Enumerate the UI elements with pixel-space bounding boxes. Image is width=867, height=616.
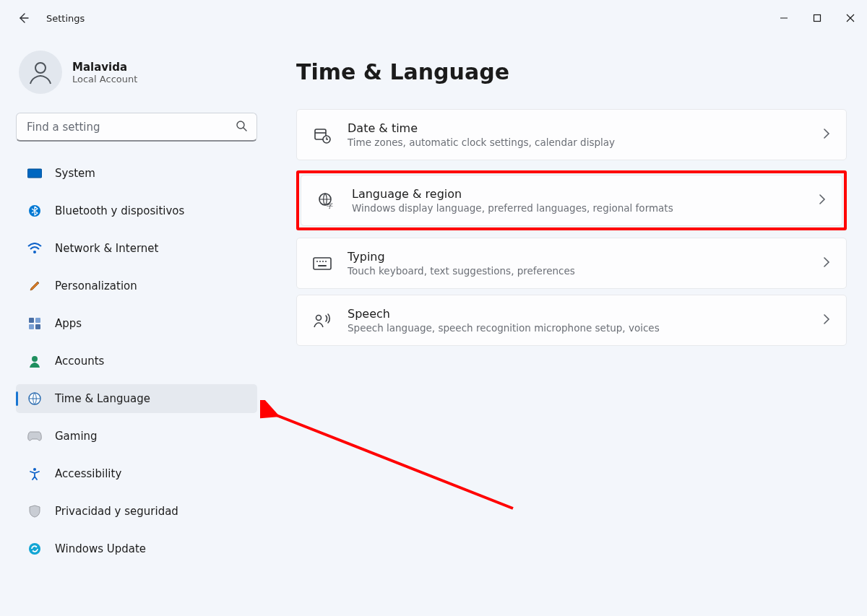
keyboard-icon <box>313 254 332 273</box>
sidebar-item-label: Time & Language <box>55 392 150 405</box>
user-info: Malavida Local Account <box>72 61 137 84</box>
svg-rect-8 <box>35 318 40 323</box>
close-button[interactable] <box>834 4 867 32</box>
globe-clock-icon <box>27 391 42 406</box>
back-button[interactable] <box>16 11 30 25</box>
svg-rect-24 <box>318 265 327 266</box>
user-icon <box>26 58 55 87</box>
svg-point-2 <box>237 121 244 129</box>
sidebar-item-label: Network & Internet <box>55 242 158 255</box>
user-block[interactable]: Malavida Local Account <box>16 51 257 94</box>
card-title: Speech <box>348 307 660 321</box>
card-title: Typing <box>348 250 575 264</box>
sidebar-item-accessibility[interactable]: Accessibility <box>16 459 257 488</box>
chevron-right-icon <box>823 313 830 327</box>
sidebar-item-accounts[interactable]: Accounts <box>16 347 257 376</box>
svg-point-21 <box>319 261 321 262</box>
sidebar-item-time-language[interactable]: Time & Language <box>16 384 257 413</box>
sidebar-item-update[interactable]: Windows Update <box>16 534 257 563</box>
minimize-button[interactable] <box>767 4 801 32</box>
gaming-icon <box>27 429 42 443</box>
bluetooth-icon <box>27 204 42 218</box>
sidebar-item-gaming[interactable]: Gaming <box>16 422 257 451</box>
back-arrow-icon <box>17 12 29 24</box>
sidebar-nav: System Bluetooth y dispositivos Network … <box>16 159 257 571</box>
system-icon <box>27 166 42 181</box>
card-text: Language & region Windows display langua… <box>352 187 673 214</box>
svg-text:字: 字 <box>327 202 333 209</box>
svg-rect-7 <box>29 318 34 323</box>
svg-point-11 <box>32 356 38 362</box>
card-desc: Windows display language, preferred lang… <box>352 202 673 214</box>
sidebar: Malavida Local Account System Bluetooth … <box>0 36 267 616</box>
card-title: Date & time <box>348 121 615 135</box>
card-desc: Speech language, speech recognition micr… <box>348 322 660 334</box>
sidebar-item-system[interactable]: System <box>16 159 257 188</box>
card-text: Typing Touch keyboard, text suggestions,… <box>348 250 575 277</box>
maximize-icon <box>813 14 821 22</box>
sidebar-item-label: Personalization <box>55 279 137 292</box>
card-language-region[interactable]: 字 Language & region Windows display lang… <box>301 175 842 226</box>
sidebar-item-personalization[interactable]: Personalization <box>16 272 257 300</box>
titlebar: Settings <box>0 0 867 36</box>
shield-icon <box>27 504 42 519</box>
svg-point-13 <box>33 468 36 471</box>
app-title: Settings <box>46 13 85 24</box>
main-panel: Time & Language Date & time Time zones, … <box>267 36 867 616</box>
svg-rect-10 <box>35 324 40 329</box>
search-input[interactable] <box>16 113 257 142</box>
svg-rect-0 <box>814 15 821 22</box>
sidebar-item-label: System <box>55 167 95 180</box>
card-text: Date & time Time zones, automatic clock … <box>348 121 615 148</box>
sidebar-item-label: Privacidad y seguridad <box>55 505 178 518</box>
calendar-clock-icon <box>313 126 332 144</box>
card-speech[interactable]: Speech Speech language, speech recogniti… <box>296 295 847 346</box>
language-globe-icon: 字 <box>317 191 336 210</box>
update-icon <box>27 542 42 556</box>
speech-icon <box>313 311 332 330</box>
sidebar-item-apps[interactable]: Apps <box>16 309 257 338</box>
accessibility-icon <box>27 467 42 481</box>
svg-point-23 <box>325 261 327 262</box>
svg-point-6 <box>33 251 36 253</box>
username: Malavida <box>72 61 137 74</box>
sidebar-item-label: Bluetooth y dispositivos <box>55 204 184 217</box>
sidebar-item-bluetooth[interactable]: Bluetooth y dispositivos <box>16 196 257 225</box>
svg-rect-9 <box>29 324 34 329</box>
card-text: Speech Speech language, speech recogniti… <box>348 307 660 334</box>
search-icon <box>236 120 247 134</box>
svg-point-1 <box>35 63 46 73</box>
card-desc: Time zones, automatic clock settings, ca… <box>348 136 615 148</box>
wifi-icon <box>27 241 42 256</box>
svg-point-22 <box>322 261 324 262</box>
search-wrap <box>16 113 257 142</box>
close-icon <box>846 14 855 22</box>
card-title: Language & region <box>352 187 673 201</box>
chevron-right-icon <box>823 128 830 142</box>
accounts-icon <box>27 354 42 368</box>
sidebar-item-label: Windows Update <box>55 542 146 555</box>
chevron-right-icon <box>823 256 830 270</box>
apps-icon <box>27 316 42 331</box>
sidebar-item-label: Apps <box>55 317 82 330</box>
window-controls <box>767 4 867 32</box>
svg-point-25 <box>316 315 322 320</box>
minimize-icon <box>780 14 788 22</box>
sidebar-item-network[interactable]: Network & Internet <box>16 234 257 263</box>
maximize-button[interactable] <box>801 4 834 32</box>
settings-cards: Date & time Time zones, automatic clock … <box>296 109 847 349</box>
svg-point-20 <box>316 261 318 262</box>
chevron-right-icon <box>819 194 826 207</box>
sidebar-item-label: Gaming <box>55 430 98 443</box>
sidebar-item-privacy[interactable]: Privacidad y seguridad <box>16 497 257 526</box>
card-desc: Touch keyboard, text suggestions, prefer… <box>348 265 575 277</box>
card-typing[interactable]: Typing Touch keyboard, text suggestions,… <box>296 238 847 289</box>
sidebar-item-label: Accessibility <box>55 467 121 480</box>
page-title: Time & Language <box>296 59 847 84</box>
svg-rect-3 <box>27 169 42 178</box>
card-date-time[interactable]: Date & time Time zones, automatic clock … <box>296 109 847 160</box>
svg-rect-19 <box>314 258 331 269</box>
annotation-highlight: 字 Language & region Windows display lang… <box>296 170 847 230</box>
account-type: Local Account <box>72 74 137 84</box>
paintbrush-icon <box>27 279 42 293</box>
